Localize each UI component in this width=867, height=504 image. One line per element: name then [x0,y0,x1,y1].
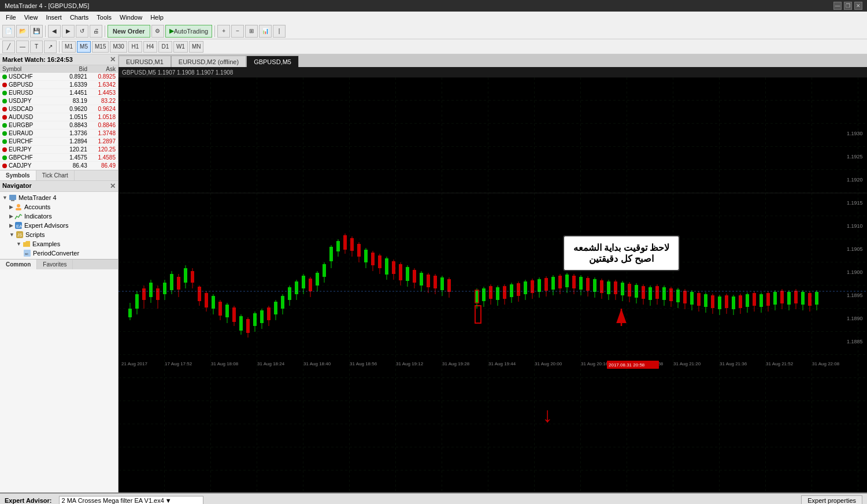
expand-icon: ▶ [9,213,13,219]
nav-item-root[interactable]: ▼ MetaTrader 4 [0,193,118,202]
tf-m15[interactable]: M15 [92,41,109,53]
ea-dropdown[interactable]: 2 MA Crosses Mega filter EA V1.ex4 ▼ [59,496,203,504]
tf-w1[interactable]: W1 [173,41,188,53]
tf-m1[interactable]: M1 [62,41,76,53]
col-bid: Bid [59,66,87,72]
expand-icon: ▶ [9,223,13,228]
svg-rect-46 [232,307,236,322]
bid-price: 0.9620 [61,106,90,112]
list-item[interactable]: USDCAD 0.9620 0.9624 [0,105,118,113]
tab-eurusd-m1[interactable]: EURUSD,M1 [118,55,171,67]
svg-rect-199 [780,291,784,303]
chart-mode-button[interactable]: ⚙ [151,25,164,38]
svg-rect-76 [336,241,340,251]
ask-price: 1.4453 [90,90,116,96]
svg-rect-189 [746,294,749,307]
list-item[interactable]: EURCHF 1.2894 1.2897 [0,138,118,146]
svg-rect-135 [558,276,562,288]
text-tool[interactable]: T [30,40,43,53]
navigator-title: Navigator [2,182,32,190]
hline-tool[interactable]: — [16,40,29,53]
menu-window[interactable]: Window [116,13,146,22]
menu-help[interactable]: Help [147,13,167,22]
nav-tab-common[interactable]: Common [0,260,37,269]
tab-gbpusd-m5[interactable]: GBPUSD,M5 [246,55,299,67]
indicators-button[interactable]: 📊 [259,25,272,38]
svg-rect-101 [420,273,423,286]
menu-view[interactable]: View [21,13,42,22]
svg-rect-91 [385,258,388,275]
price-direction-icon [2,83,7,87]
menu-insert[interactable]: Insert [42,13,65,22]
list-item[interactable]: GBPCHF 1.4575 1.4585 [0,154,118,162]
svg-rect-165 [662,287,666,300]
left-panel: Market Watch: 16:24:53 ✕ Symbol Bid Ask … [0,54,118,492]
sidebar-item-indicators[interactable]: ▶ Indicators [0,212,118,221]
new-button[interactable]: 📄 [2,25,15,38]
tf-d1[interactable]: D1 [158,41,172,53]
tf-mn[interactable]: MN [189,41,204,53]
nav-item-examples[interactable]: ▼ Examples [0,239,118,249]
svg-rect-207 [808,293,812,306]
svg-rect-38 [205,293,208,307]
market-watch-close[interactable]: ✕ [110,55,116,64]
navigator-close[interactable]: ✕ [110,182,116,190]
restore-button[interactable]: ❐ [844,2,852,10]
tf-m5[interactable]: M5 [77,41,91,53]
nav-tab-favorites[interactable]: Favorites [37,260,73,269]
tab-tick-chart[interactable]: Tick Chart [36,171,75,180]
list-item[interactable]: EURAUD 1.3736 1.3748 [0,129,118,138]
ask-price: 0.8846 [90,122,116,128]
symbol-name: GBPCHF [9,154,61,161]
tf-h4[interactable]: H4 [143,41,157,53]
list-item[interactable]: EURGBP 0.8843 0.8846 [0,121,118,129]
sidebar-item-scripts[interactable]: ▼ JS Scripts [0,230,118,239]
zoom-out-button[interactable]: − [231,25,244,38]
chart-info-text: GBPUSD,M5 1.1907 1.1908 1.1907 1.1908 [122,69,233,76]
list-item[interactable]: USDCHF 0.8921 0.8925 [0,73,118,81]
zoom-in-button[interactable]: + [217,25,230,38]
script-file-icon: sc [23,249,31,257]
sidebar-item-accounts[interactable]: ▶ Accounts [0,202,118,212]
tf-m30[interactable]: M30 [110,41,127,53]
forward-button[interactable]: ▶ [62,25,75,38]
period-sep-button[interactable]: | [273,25,286,38]
list-item[interactable]: CADJPY 86.43 86.49 [0,162,118,170]
svg-rect-60 [281,296,284,309]
tab-eurusd-m2[interactable]: EURUSD,M2 (offline) [171,55,246,67]
list-item[interactable]: GBPUSD 1.6339 1.6342 [0,81,118,89]
sidebar-item-expert-advisors[interactable]: ▶ EA Expert Advisors [0,221,118,230]
print-button[interactable]: 🖨 [90,25,102,38]
svg-rect-36 [198,287,201,301]
svg-rect-50 [246,319,250,333]
svg-rect-117 [496,287,499,300]
chart-container[interactable]: 21 Aug 2017 17 Aug 17:52 31 Aug 18:08 31… [118,77,867,492]
price-direction-icon [2,164,7,168]
autotrading-button[interactable]: ▶ AutoTrading [165,25,213,38]
tf-h1[interactable]: H1 [128,41,142,53]
list-item[interactable]: USDJPY 83.19 83.22 [0,97,118,105]
new-order-button[interactable]: New Order [108,25,150,38]
line-tool[interactable]: ╱ [2,40,15,53]
account-icon [14,203,23,211]
close-button[interactable]: ✕ [854,2,862,10]
minimize-button[interactable]: — [833,2,842,10]
back-button[interactable]: ◀ [48,25,61,38]
arrow-tool[interactable]: ↗ [44,40,57,53]
list-item[interactable]: EURUSD 1.4451 1.4453 [0,89,118,97]
save-button[interactable]: 💾 [30,25,43,38]
svg-text:31 Aug 21:20: 31 Aug 21:20 [673,361,701,366]
svg-rect-103 [427,275,430,287]
reload-button[interactable]: ↺ [76,25,88,38]
expert-props-button[interactable]: Expert properties [801,495,862,504]
list-item[interactable]: EURJPY 120.21 120.25 [0,146,118,154]
nav-item-period-converter[interactable]: sc PeriodConverter [0,249,118,258]
tab-symbols[interactable]: Symbols [0,171,36,180]
menu-tools[interactable]: Tools [93,13,115,22]
annotation-line2: اصبح كل دقيقتين [573,253,669,264]
menu-file[interactable]: File [2,13,20,22]
grid-button[interactable]: ⊞ [245,25,258,38]
list-item[interactable]: AUDUSD 1.0515 1.0518 [0,113,118,121]
menu-charts[interactable]: Charts [66,13,92,22]
open-button[interactable]: 📂 [16,25,29,38]
